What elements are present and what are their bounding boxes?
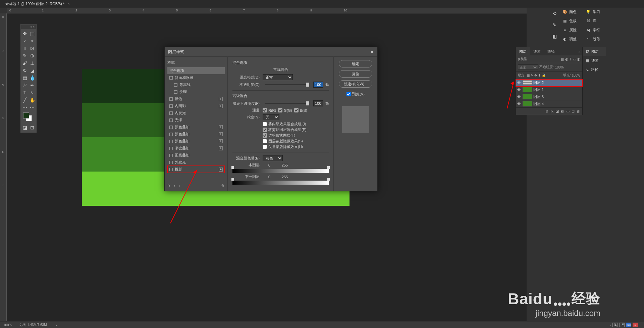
style-item[interactable]: 描边+: [167, 95, 225, 102]
layer-thumbnail[interactable]: [523, 94, 532, 99]
plus-icon[interactable]: +: [219, 139, 223, 143]
zoom-level[interactable]: 100%: [3, 323, 12, 327]
panel-character[interactable]: A|字符: [583, 26, 606, 35]
panel-color[interactable]: 🎨颜色: [560, 7, 583, 16]
fill-value[interactable]: 100%: [572, 74, 580, 77]
style-item[interactable]: 外发光: [167, 159, 225, 166]
color-swatches[interactable]: [21, 111, 36, 123]
style-item[interactable]: 光泽: [167, 116, 225, 124]
style-item[interactable]: 等高线: [167, 81, 225, 88]
style-item[interactable]: 渐变叠加+: [167, 145, 225, 152]
layer-name[interactable]: 图层 3: [533, 94, 544, 99]
opacity-value[interactable]: 100%: [555, 65, 564, 69]
plus-icon[interactable]: +: [219, 104, 223, 108]
blend-if-select[interactable]: 灰色: [263, 155, 283, 161]
style-item[interactable]: 颜色叠加+: [167, 131, 225, 138]
style-item[interactable]: 图案叠加: [167, 152, 225, 159]
layer-thumbnail[interactable]: [523, 87, 532, 92]
dodge-tool-icon[interactable]: ☄: [21, 82, 29, 89]
style-item[interactable]: 颜色叠加+: [167, 124, 225, 131]
style-checkbox[interactable]: [169, 133, 173, 136]
style-item[interactable]: 纹理: [167, 88, 225, 95]
style-checkbox[interactable]: [169, 154, 173, 157]
advanced-checkbox[interactable]: [263, 122, 267, 126]
eyedropper-tool-icon[interactable]: ✎: [21, 52, 29, 59]
knockout-select[interactable]: 无: [263, 114, 279, 120]
advanced-checkbox[interactable]: [263, 145, 267, 149]
style-checkbox[interactable]: [169, 147, 173, 150]
tab-channels[interactable]: ▦通道: [583, 56, 606, 65]
panel-libraries[interactable]: ⌘库: [583, 16, 606, 26]
lock-icon[interactable]: ✥: [534, 74, 537, 77]
style-checkbox[interactable]: [174, 90, 177, 94]
panel-menu-icon[interactable]: »: [576, 49, 582, 53]
chevron-right-icon[interactable]: ▸: [56, 323, 57, 327]
fx-icon[interactable]: fx: [550, 109, 553, 113]
chevron-left-icon[interactable]: ‹: [610, 323, 611, 327]
layer-thumbnail[interactable]: [523, 80, 532, 85]
panel-adjustments[interactable]: ◐调整: [560, 35, 583, 44]
style-checkbox[interactable]: [174, 83, 177, 87]
panel-properties[interactable]: ≡属性: [560, 26, 583, 35]
advanced-checkbox[interactable]: [263, 128, 267, 132]
frame-tool-icon[interactable]: ⊠: [29, 45, 36, 52]
filter-icon[interactable]: ◧: [577, 57, 580, 61]
layer-name[interactable]: 图层 4: [533, 101, 544, 106]
lock-icon[interactable]: 🔒: [542, 74, 546, 77]
shape-tool-icon[interactable]: ╱: [21, 96, 29, 104]
style-item[interactable]: 混合选项: [167, 67, 225, 74]
eraser-tool-icon[interactable]: ◢: [29, 67, 36, 74]
quickmask-tool-icon[interactable]: ◪: [21, 124, 29, 131]
plus-icon[interactable]: +: [219, 168, 223, 172]
plus-icon[interactable]: +: [219, 125, 223, 129]
lock-icon[interactable]: ⬍: [538, 74, 541, 77]
style-checkbox[interactable]: [169, 111, 173, 115]
layer-name[interactable]: 图层 1: [533, 87, 544, 92]
blur-tool-icon[interactable]: 💧: [29, 74, 36, 82]
gradient-tool-icon[interactable]: ▤: [21, 74, 29, 82]
layers-tab-paths[interactable]: 路径: [544, 47, 558, 56]
under-layer-gradient[interactable]: [232, 181, 329, 185]
style-checkbox[interactable]: [169, 119, 173, 122]
layer-thumbnail[interactable]: [523, 101, 532, 106]
opacity-slider[interactable]: [265, 84, 309, 85]
move-tool-icon[interactable]: ✥: [21, 30, 29, 37]
group-icon[interactable]: ▭: [566, 109, 570, 113]
brush-tool-icon[interactable]: 🖌: [21, 59, 29, 67]
style-checkbox[interactable]: [169, 140, 173, 143]
arrow-up-icon[interactable]: ↑: [174, 184, 176, 188]
ok-button[interactable]: 确定: [339, 60, 372, 67]
arrow-down-icon[interactable]: ↓: [179, 184, 181, 188]
layer-row[interactable]: 👁 图层 1: [516, 86, 582, 93]
filter-icon[interactable]: ▦: [561, 57, 564, 61]
mic-icon[interactable]: 🎤: [619, 323, 625, 327]
style-checkbox[interactable]: [169, 161, 173, 164]
filter-icon[interactable]: ◐: [565, 57, 568, 61]
edit-toolbar-icon[interactable]: ⋯: [29, 104, 36, 111]
trash-icon[interactable]: 🗑: [221, 184, 225, 188]
style-item[interactable]: 内发光: [167, 109, 225, 116]
channel-b-checkbox[interactable]: [294, 108, 299, 112]
close-icon[interactable]: ×: [67, 2, 69, 6]
style-item[interactable]: 颜色叠加+: [167, 138, 225, 145]
style-item[interactable]: 斜面和浮雕: [167, 74, 225, 81]
screenmode-tool-icon[interactable]: ⊡: [29, 124, 36, 131]
blend-mode-select[interactable]: 正常: [263, 74, 293, 80]
layer-name[interactable]: 图层 2: [533, 80, 544, 85]
adjust-icon[interactable]: ◐: [561, 109, 564, 113]
style-checkbox[interactable]: [169, 168, 173, 171]
ime-language[interactable]: 英: [612, 323, 618, 327]
document-tab[interactable]: 未标题-1 @ 100% (图层 2, RGB/8) * ×: [3, 0, 72, 8]
style-checkbox[interactable]: [169, 126, 173, 129]
layer-row[interactable]: 👁 图层 4: [516, 100, 582, 107]
tab-paths[interactable]: ↯路径: [583, 65, 606, 74]
filter-icon[interactable]: ▭: [573, 57, 576, 61]
advanced-checkbox[interactable]: [263, 133, 267, 138]
new-layer-icon[interactable]: ⊡: [572, 109, 575, 113]
visibility-icon[interactable]: 👁: [517, 88, 521, 92]
panel-swatches[interactable]: ▦色板: [560, 16, 583, 26]
fill-opacity-slider[interactable]: [265, 103, 309, 104]
plus-icon[interactable]: +: [219, 97, 223, 101]
trash-icon[interactable]: 🗑: [577, 109, 580, 113]
panel-paragraph[interactable]: ¶段落: [583, 35, 606, 44]
